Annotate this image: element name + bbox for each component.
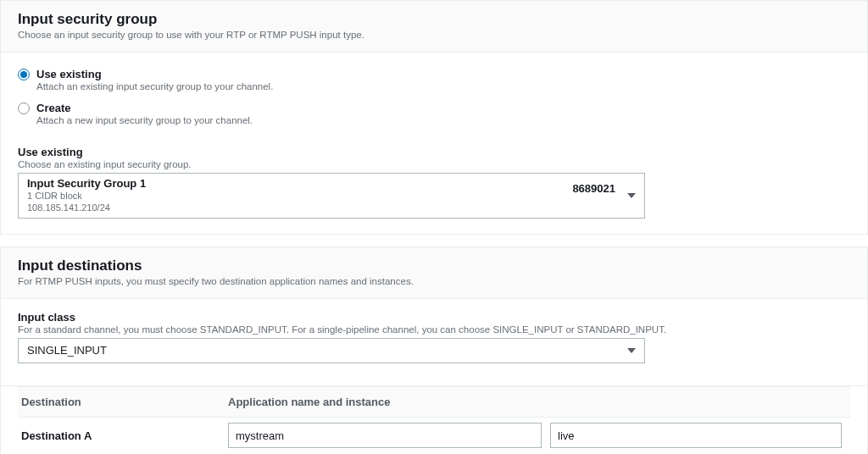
radio-dot-icon [18, 69, 30, 80]
radio-hint: Attach a new input security group to you… [36, 115, 253, 125]
col-header-destination: Destination [18, 396, 228, 408]
panel-input-security-group: Input security group Choose an input sec… [0, 0, 868, 235]
chevron-down-icon [627, 348, 636, 353]
radio-text: Create Attach a new input security group… [36, 102, 253, 125]
col-header-app-instance: Application name and instance [228, 396, 550, 408]
sg-radio-group: Use existing Attach an existing input se… [18, 64, 850, 132]
page-title: Input security group [18, 11, 850, 28]
panel-description: For RTMP PUSH inputs, you must specify t… [18, 276, 850, 286]
table-row: Destination A [18, 418, 850, 454]
sg-selected-info: Input Security Group 1 1 CIDR block 108.… [27, 177, 146, 214]
input-class-field: Input class For a standard channel, you … [18, 311, 850, 363]
radio-label: Use existing [36, 68, 273, 80]
sg-id: 8689021 [572, 182, 615, 195]
destinations-table: Destination Application name and instanc… [18, 385, 850, 454]
input-class-select[interactable]: SINGLE_INPUT [18, 338, 645, 363]
field-hint: For a standard channel, you must choose … [18, 324, 850, 335]
panel-title: Input destinations [18, 257, 850, 274]
panel-body: Use existing Attach an existing input se… [1, 53, 867, 234]
radio-dot-icon [18, 102, 30, 114]
use-existing-field: Use existing Choose an existing input se… [18, 146, 850, 219]
field-hint: Choose an existing input security group. [18, 159, 850, 169]
application-name-input[interactable] [228, 423, 542, 448]
panel-input-destinations: Input destinations For RTMP PUSH inputs,… [0, 246, 868, 454]
destination-label: Destination A [18, 429, 228, 442]
panel-header: Input destinations For RTMP PUSH inputs,… [1, 247, 867, 299]
panel-header: Input security group Choose an input sec… [1, 1, 867, 53]
radio-create[interactable]: Create Attach a new input security group… [18, 98, 850, 132]
field-label: Input class [18, 311, 850, 324]
chevron-down-icon [627, 193, 636, 198]
radio-use-existing[interactable]: Use existing Attach an existing input se… [18, 64, 850, 98]
field-label: Use existing [18, 146, 850, 158]
radio-hint: Attach an existing input security group … [36, 81, 273, 91]
radio-label: Create [36, 102, 253, 114]
radio-text: Use existing Attach an existing input se… [36, 68, 273, 91]
sg-cidr-summary: 1 CIDR block [27, 191, 146, 202]
sg-name: Input Security Group 1 [27, 177, 146, 191]
sg-cidr-value: 108.185.141.210/24 [27, 202, 146, 214]
sg-right: 8689021 [572, 182, 636, 208]
security-group-select[interactable]: Input Security Group 1 1 CIDR block 108.… [18, 173, 645, 219]
input-class-value: SINGLE_INPUT [27, 344, 107, 357]
application-instance-input[interactable] [550, 423, 842, 448]
panel-description: Choose an input security group to use wi… [18, 30, 850, 40]
table-header-row: Destination Application name and instanc… [18, 386, 850, 418]
panel-body: Input class For a standard channel, you … [1, 299, 867, 454]
